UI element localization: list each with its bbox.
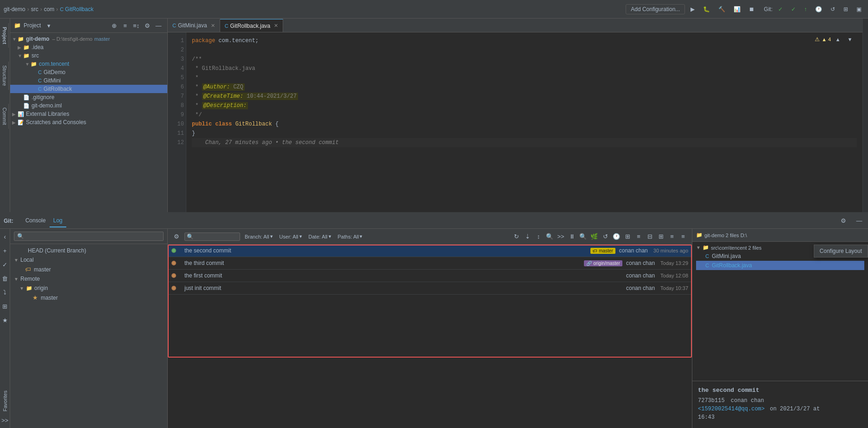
warning-up[interactable]: ▲	[833, 34, 843, 44]
project-panel-toggle[interactable]: Project	[1, 23, 9, 48]
expand-all-btn[interactable]: ⊞	[0, 301, 10, 311]
tree-gitmini[interactable]: ▶ C GitMini	[10, 76, 167, 85]
log-action-history[interactable]: 🕐	[611, 232, 621, 242]
commit-panel-toggle[interactable]: Commit	[1, 104, 9, 129]
tab-gitmini[interactable]: C GitMini.java ✕	[168, 19, 220, 32]
origin-label: origin	[34, 285, 48, 291]
add-branch-btn[interactable]: +	[0, 245, 10, 256]
log-settings-btn[interactable]: ⚙	[171, 232, 182, 242]
commit-row-4[interactable]: just init commit conan chan Today 10:37	[168, 282, 692, 295]
stop-button[interactable]: ⏹	[746, 5, 757, 14]
panel-settings-btn[interactable]: ⚙	[838, 216, 849, 226]
add-configuration-button[interactable]: Add Configuration...	[626, 4, 685, 14]
log-action-branch-show[interactable]: 🌿	[589, 232, 599, 242]
git-tick-2[interactable]: ✓	[788, 5, 798, 14]
tree-gitdemo[interactable]: ▶ C GitDemo	[10, 68, 167, 76]
panel-minimize-btn[interactable]: —	[854, 216, 864, 226]
commit-detail-email[interactable]: <15920025414@qq.com>	[698, 406, 765, 412]
log-action-refresh[interactable]: ↻	[511, 232, 521, 242]
panel-minimize[interactable]: —	[153, 20, 164, 31]
log-action-highlight[interactable]: 🔍	[545, 232, 555, 242]
build-button[interactable]: 🔨	[716, 5, 728, 14]
favorites-label[interactable]: Favorites	[2, 390, 8, 411]
paths-filter[interactable]: Paths: All ▾	[336, 233, 365, 240]
log-action-filter[interactable]: ≡	[634, 232, 644, 242]
breadcrumb-com[interactable]: com	[44, 6, 55, 13]
merge-btn[interactable]: ⤵	[0, 287, 10, 297]
local-section[interactable]: ▼ Local	[10, 255, 167, 264]
log-search-input[interactable]	[194, 233, 240, 240]
log-action-layout[interactable]: ⊞	[622, 232, 633, 242]
git-push[interactable]: ↑	[801, 5, 810, 14]
tree-gitrollback[interactable]: ▶ C GitRollback	[10, 85, 167, 93]
commit-row-2[interactable]: the third commit 🔗 origin/master conan c…	[168, 257, 692, 270]
tree-idea[interactable]: ▶ 📁 .idea	[10, 43, 167, 51]
tree-iml[interactable]: ▶ 📄 git-demo.iml	[10, 101, 167, 110]
commit-row-1[interactable]: the second commit 🏷 master conan chan 30…	[168, 245, 692, 257]
date-filter[interactable]: Date: All ▾	[307, 233, 333, 240]
commit-time-2: Today 13:29	[660, 260, 688, 266]
commit-detail-title: the second commit	[698, 387, 862, 394]
warning-bar: ⚠ ▲ 4 ▲ ▼	[815, 34, 855, 44]
collapse-btn[interactable]: ‹	[0, 232, 10, 242]
log-action-collapse[interactable]: ≡	[678, 232, 688, 242]
tab-console[interactable]: Console	[22, 214, 50, 227]
delete-branch-btn[interactable]: 🗑	[0, 273, 10, 283]
log-action-fetch[interactable]: ⇣	[522, 232, 532, 242]
commit-row-3[interactable]: the first commit conan chan Today 12:08	[168, 270, 692, 282]
star-btn[interactable]: ★	[0, 315, 10, 325]
log-action-sort[interactable]: ↕	[533, 232, 544, 242]
user-filter[interactable]: User: All ▾	[278, 233, 304, 240]
log-action-pause[interactable]: ⏸	[567, 232, 577, 242]
remote-section[interactable]: ▼ Remote	[10, 274, 167, 283]
tab-gitrollback[interactable]: C GitRollback.java ✕	[220, 19, 284, 32]
expand-more-btn[interactable]: >>	[0, 415, 10, 425]
breadcrumb-git-demo[interactable]: git-demo	[4, 6, 25, 13]
tree-external-libs[interactable]: ▶ 📊 External Libraries	[10, 110, 167, 118]
tab-gitmini-close[interactable]: ✕	[211, 23, 215, 29]
panel-action-3[interactable]: ≡↕	[131, 20, 141, 31]
run-button[interactable]: ▶	[688, 5, 697, 14]
code-content[interactable]: package com.tencent; /** * GitRollback.j…	[186, 32, 862, 212]
origin-section[interactable]: ▼ 📁 origin	[10, 283, 167, 293]
log-action-more1[interactable]: >>	[556, 232, 566, 242]
commit-detail-meta: 7273b115 conan chan	[698, 397, 862, 404]
configure-layout-popup[interactable]: Configure Layout	[814, 245, 868, 258]
breadcrumb-src[interactable]: src	[31, 6, 38, 13]
panel-action-1[interactable]: ⊕	[109, 20, 119, 31]
log-action-expand1[interactable]: ⊟	[645, 232, 655, 242]
log-action-zoom[interactable]: 🔍	[578, 232, 588, 242]
remote-master[interactable]: ★ master	[10, 293, 167, 302]
toggle-view-1[interactable]: ⊞	[841, 5, 851, 14]
log-action-diff[interactable]: ≡	[667, 232, 677, 242]
tree-src[interactable]: ▼ 📁 src	[10, 51, 167, 60]
structure-panel-toggle[interactable]: Structure	[1, 62, 9, 90]
panel-dropdown-btn[interactable]: ▾	[44, 20, 54, 31]
head-item[interactable]: HEAD (Current Branch)	[10, 246, 167, 255]
tree-com-tencent[interactable]: ▼ 📁 com.tencent	[10, 60, 167, 68]
panel-action-2[interactable]: ≡	[120, 20, 130, 31]
git-branches-panel: HEAD (Current Branch) ▼ Local 🏷 master ▼	[10, 229, 168, 428]
profile-button[interactable]: 📊	[731, 5, 743, 14]
breadcrumb-class[interactable]: GitRollback	[65, 6, 93, 13]
folder-icon-repo: 📁	[696, 232, 703, 238]
tab-log[interactable]: Log	[50, 214, 66, 227]
toggle-view-2[interactable]: ▣	[854, 5, 864, 14]
warning-down[interactable]: ▼	[845, 34, 855, 44]
git-revert[interactable]: ↺	[828, 5, 838, 14]
branch-search-input[interactable]	[14, 232, 164, 241]
panel-settings[interactable]: ⚙	[142, 20, 152, 31]
checkout-btn[interactable]: ✓	[0, 259, 10, 270]
tree-gitignore[interactable]: ▶ 📄 .gitignore	[10, 93, 167, 101]
debug-button[interactable]: 🐛	[700, 5, 713, 14]
changed-file-gitrollback[interactable]: C GitRollback.java	[696, 261, 864, 270]
local-master[interactable]: 🏷 master	[10, 264, 167, 274]
git-tick-1[interactable]: ✓	[775, 5, 786, 14]
tree-scratches[interactable]: ▶ 📝 Scratches and Consoles	[10, 118, 167, 126]
log-action-expand2[interactable]: ⊞	[656, 232, 666, 242]
log-action-undo[interactable]: ↺	[600, 232, 610, 242]
tree-root[interactable]: ▼ 📁 git-demo – D:\test\git-demo master	[10, 35, 167, 43]
tab-gitrollback-close[interactable]: ✕	[274, 23, 278, 29]
branch-filter[interactable]: Branch: All ▾	[243, 233, 275, 240]
git-clock[interactable]: 🕐	[812, 5, 825, 14]
